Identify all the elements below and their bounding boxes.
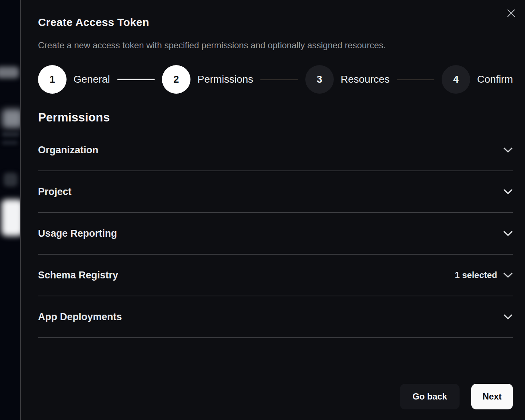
background-blur-shape <box>2 132 19 137</box>
permission-section-controls: 1 selected <box>455 270 513 280</box>
chevron-down-icon <box>503 147 513 153</box>
permission-section-project[interactable]: Project <box>38 171 513 213</box>
chevron-down-icon <box>503 189 513 195</box>
step-connector <box>260 79 298 80</box>
step-number-circle: 1 <box>38 65 67 94</box>
background-blur-shape <box>2 140 18 145</box>
step-number-circle: 4 <box>442 65 470 94</box>
permission-section-label: Organization <box>38 145 98 156</box>
next-button[interactable]: Next <box>471 384 513 409</box>
permission-section-organization[interactable]: Organization <box>38 130 513 171</box>
close-button[interactable] <box>505 7 518 20</box>
dialog-title: Create Access Token <box>38 16 513 29</box>
permissions-accordion: Organization Project Usage Reporting <box>38 130 513 338</box>
permissions-heading: Permissions <box>38 110 513 124</box>
permission-section-label: App Deployments <box>38 311 122 323</box>
selected-count-badge: 1 selected <box>455 270 497 280</box>
step-label: Confirm <box>477 74 513 85</box>
go-back-button[interactable]: Go back <box>400 384 460 409</box>
permission-section-label: Schema Registry <box>38 270 118 281</box>
step-label: General <box>73 74 110 85</box>
permission-section-label: Project <box>38 186 72 198</box>
permission-section-controls <box>503 147 513 153</box>
step-number-circle: 2 <box>162 65 190 94</box>
stepper-step-confirm: 4 Confirm <box>442 65 513 94</box>
permission-section-controls <box>503 230 513 237</box>
screen: Create Access Token Create a new access … <box>0 0 525 420</box>
permission-section-label: Usage Reporting <box>38 228 117 239</box>
permission-section-schema-registry[interactable]: Schema Registry 1 selected <box>38 255 513 296</box>
permission-section-usage-reporting[interactable]: Usage Reporting <box>38 213 513 255</box>
create-access-token-dialog: Create Access Token Create a new access … <box>20 0 525 420</box>
permission-section-app-deployments[interactable]: App Deployments <box>38 296 513 338</box>
permission-section-controls <box>503 314 513 320</box>
step-label: Resources <box>341 74 390 85</box>
background-blur-shape <box>4 173 18 187</box>
stepper-step-resources: 3 Resources <box>305 65 390 94</box>
dialog-subtitle: Create a new access token with specified… <box>38 40 513 50</box>
background-blur-shape <box>2 109 23 128</box>
step-label: Permissions <box>197 74 253 85</box>
background-blur-shape <box>0 67 19 78</box>
stepper-step-general: 1 General <box>38 65 110 94</box>
step-connector <box>397 79 434 80</box>
chevron-down-icon <box>503 230 513 237</box>
stepper-step-permissions: 2 Permissions <box>162 65 253 94</box>
stepper: 1 General 2 Permissions 3 Resources 4 Co… <box>38 65 513 94</box>
chevron-down-icon <box>503 314 513 320</box>
chevron-down-icon <box>503 272 513 278</box>
close-icon <box>506 8 516 18</box>
step-connector <box>117 79 155 80</box>
dialog-footer: Go back Next <box>400 384 513 409</box>
permission-section-controls <box>503 189 513 195</box>
step-number-circle: 3 <box>305 65 334 94</box>
